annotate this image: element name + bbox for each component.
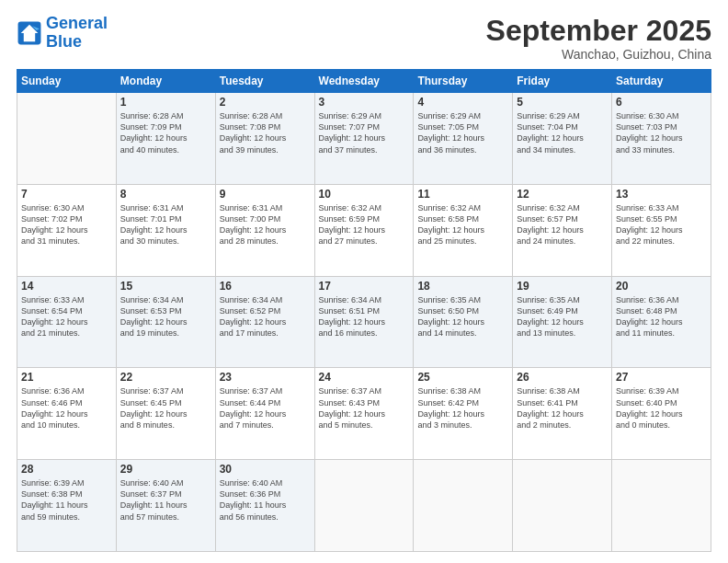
calendar-cell	[314, 460, 414, 552]
day-info: Sunrise: 6:30 AM Sunset: 7:03 PM Dayligh…	[616, 110, 707, 155]
day-number: 20	[616, 280, 707, 293]
day-number: 22	[120, 371, 211, 384]
weekday-header-wednesday: Wednesday	[314, 70, 414, 93]
day-number: 15	[120, 280, 211, 293]
calendar-cell: 20Sunrise: 6:36 AM Sunset: 6:48 PM Dayli…	[612, 276, 711, 368]
day-number: 12	[517, 188, 608, 201]
calendar-cell: 29Sunrise: 6:40 AM Sunset: 6:37 PM Dayli…	[116, 460, 215, 552]
day-info: Sunrise: 6:29 AM Sunset: 7:04 PM Dayligh…	[517, 110, 608, 155]
day-info: Sunrise: 6:28 AM Sunset: 7:09 PM Dayligh…	[120, 110, 211, 155]
day-info: Sunrise: 6:35 AM Sunset: 6:49 PM Dayligh…	[517, 294, 608, 339]
logo-icon	[17, 20, 42, 46]
weekday-header-saturday: Saturday	[612, 70, 711, 93]
day-info: Sunrise: 6:36 AM Sunset: 6:48 PM Dayligh…	[616, 294, 707, 339]
header: General Blue September 2025 Wanchao, Gui…	[17, 15, 711, 62]
day-info: Sunrise: 6:32 AM Sunset: 6:57 PM Dayligh…	[517, 202, 608, 247]
calendar-cell: 30Sunrise: 6:40 AM Sunset: 6:36 PM Dayli…	[215, 460, 314, 552]
weekday-header-friday: Friday	[513, 70, 612, 93]
day-number: 16	[220, 280, 311, 293]
location: Wanchao, Guizhou, China	[486, 47, 711, 62]
calendar-cell: 2Sunrise: 6:28 AM Sunset: 7:08 PM Daylig…	[215, 93, 314, 185]
day-number: 21	[21, 371, 112, 384]
day-number: 3	[319, 96, 410, 109]
day-number: 27	[616, 371, 707, 384]
calendar-cell: 3Sunrise: 6:29 AM Sunset: 7:07 PM Daylig…	[314, 93, 414, 185]
day-number: 11	[417, 188, 508, 201]
calendar-week-row: 14Sunrise: 6:33 AM Sunset: 6:54 PM Dayli…	[17, 276, 711, 368]
day-info: Sunrise: 6:35 AM Sunset: 6:50 PM Dayligh…	[417, 294, 508, 339]
calendar-week-row: 21Sunrise: 6:36 AM Sunset: 6:46 PM Dayli…	[17, 368, 711, 460]
day-number: 18	[417, 280, 508, 293]
calendar-cell	[17, 93, 117, 185]
day-number: 29	[120, 463, 211, 476]
day-number: 14	[21, 280, 112, 293]
day-info: Sunrise: 6:38 AM Sunset: 6:42 PM Dayligh…	[417, 385, 508, 431]
day-info: Sunrise: 6:38 AM Sunset: 6:41 PM Dayligh…	[517, 385, 608, 431]
day-info: Sunrise: 6:39 AM Sunset: 6:38 PM Dayligh…	[21, 477, 112, 523]
calendar-cell	[513, 460, 612, 552]
day-number: 30	[220, 463, 311, 476]
logo-line1: General	[46, 14, 108, 32]
calendar-cell: 8Sunrise: 6:31 AM Sunset: 7:01 PM Daylig…	[116, 184, 215, 276]
calendar-cell: 27Sunrise: 6:39 AM Sunset: 6:40 PM Dayli…	[612, 368, 711, 460]
calendar-cell: 19Sunrise: 6:35 AM Sunset: 6:49 PM Dayli…	[513, 276, 612, 368]
day-number: 10	[319, 188, 410, 201]
day-number: 2	[220, 96, 311, 109]
calendar-cell: 15Sunrise: 6:34 AM Sunset: 6:53 PM Dayli…	[116, 276, 215, 368]
calendar-cell: 13Sunrise: 6:33 AM Sunset: 6:55 PM Dayli…	[612, 184, 711, 276]
day-number: 24	[319, 371, 410, 384]
calendar-cell	[414, 460, 513, 552]
weekday-header-thursday: Thursday	[414, 70, 513, 93]
day-info: Sunrise: 6:33 AM Sunset: 6:54 PM Dayligh…	[21, 294, 112, 339]
day-info: Sunrise: 6:40 AM Sunset: 6:36 PM Dayligh…	[220, 477, 311, 523]
day-number: 6	[616, 96, 707, 109]
calendar-cell: 17Sunrise: 6:34 AM Sunset: 6:51 PM Dayli…	[314, 276, 414, 368]
calendar-cell: 24Sunrise: 6:37 AM Sunset: 6:43 PM Dayli…	[314, 368, 414, 460]
calendar-cell: 16Sunrise: 6:34 AM Sunset: 6:52 PM Dayli…	[215, 276, 314, 368]
calendar-cell: 18Sunrise: 6:35 AM Sunset: 6:50 PM Dayli…	[414, 276, 513, 368]
weekday-header-sunday: Sunday	[17, 70, 117, 93]
calendar-cell: 28Sunrise: 6:39 AM Sunset: 6:38 PM Dayli…	[17, 460, 117, 552]
day-number: 5	[517, 96, 608, 109]
day-number: 7	[21, 188, 112, 201]
calendar-cell: 1Sunrise: 6:28 AM Sunset: 7:09 PM Daylig…	[116, 93, 215, 185]
calendar-cell: 9Sunrise: 6:31 AM Sunset: 7:00 PM Daylig…	[215, 184, 314, 276]
logo-line2: Blue	[46, 33, 108, 52]
day-number: 8	[120, 188, 211, 201]
calendar-cell	[612, 460, 711, 552]
calendar-cell: 22Sunrise: 6:37 AM Sunset: 6:45 PM Dayli…	[116, 368, 215, 460]
weekday-header-monday: Monday	[116, 70, 215, 93]
calendar-cell: 7Sunrise: 6:30 AM Sunset: 7:02 PM Daylig…	[17, 184, 117, 276]
day-info: Sunrise: 6:34 AM Sunset: 6:51 PM Dayligh…	[319, 294, 410, 339]
calendar-week-row: 28Sunrise: 6:39 AM Sunset: 6:38 PM Dayli…	[17, 460, 711, 552]
calendar-week-row: 1Sunrise: 6:28 AM Sunset: 7:09 PM Daylig…	[17, 93, 711, 185]
title-block: September 2025 Wanchao, Guizhou, China	[486, 15, 711, 62]
day-number: 1	[120, 96, 211, 109]
day-info: Sunrise: 6:32 AM Sunset: 6:58 PM Dayligh…	[417, 202, 508, 247]
day-number: 19	[517, 280, 608, 293]
calendar-cell: 4Sunrise: 6:29 AM Sunset: 7:05 PM Daylig…	[414, 93, 513, 185]
logo-text: General Blue	[46, 15, 108, 52]
day-number: 28	[21, 463, 112, 476]
day-info: Sunrise: 6:31 AM Sunset: 7:00 PM Dayligh…	[220, 202, 311, 247]
calendar-cell: 6Sunrise: 6:30 AM Sunset: 7:03 PM Daylig…	[612, 93, 711, 185]
day-info: Sunrise: 6:37 AM Sunset: 6:44 PM Dayligh…	[220, 385, 311, 431]
calendar-cell: 10Sunrise: 6:32 AM Sunset: 6:59 PM Dayli…	[314, 184, 414, 276]
month-title: September 2025	[486, 15, 711, 47]
calendar-cell: 11Sunrise: 6:32 AM Sunset: 6:58 PM Dayli…	[414, 184, 513, 276]
day-number: 4	[417, 96, 508, 109]
day-info: Sunrise: 6:29 AM Sunset: 7:07 PM Dayligh…	[319, 110, 410, 155]
day-info: Sunrise: 6:30 AM Sunset: 7:02 PM Dayligh…	[21, 202, 112, 247]
calendar-cell: 12Sunrise: 6:32 AM Sunset: 6:57 PM Dayli…	[513, 184, 612, 276]
day-info: Sunrise: 6:34 AM Sunset: 6:53 PM Dayligh…	[120, 294, 211, 339]
calendar-cell: 25Sunrise: 6:38 AM Sunset: 6:42 PM Dayli…	[414, 368, 513, 460]
day-number: 17	[319, 280, 410, 293]
calendar-table: SundayMondayTuesdayWednesdayThursdayFrid…	[17, 69, 711, 552]
day-info: Sunrise: 6:37 AM Sunset: 6:45 PM Dayligh…	[120, 385, 211, 431]
page: General Blue September 2025 Wanchao, Gui…	[0, 0, 728, 563]
calendar-week-row: 7Sunrise: 6:30 AM Sunset: 7:02 PM Daylig…	[17, 184, 711, 276]
day-info: Sunrise: 6:36 AM Sunset: 6:46 PM Dayligh…	[21, 385, 112, 431]
calendar-cell: 5Sunrise: 6:29 AM Sunset: 7:04 PM Daylig…	[513, 93, 612, 185]
day-info: Sunrise: 6:31 AM Sunset: 7:01 PM Dayligh…	[120, 202, 211, 247]
day-info: Sunrise: 6:37 AM Sunset: 6:43 PM Dayligh…	[319, 385, 410, 431]
